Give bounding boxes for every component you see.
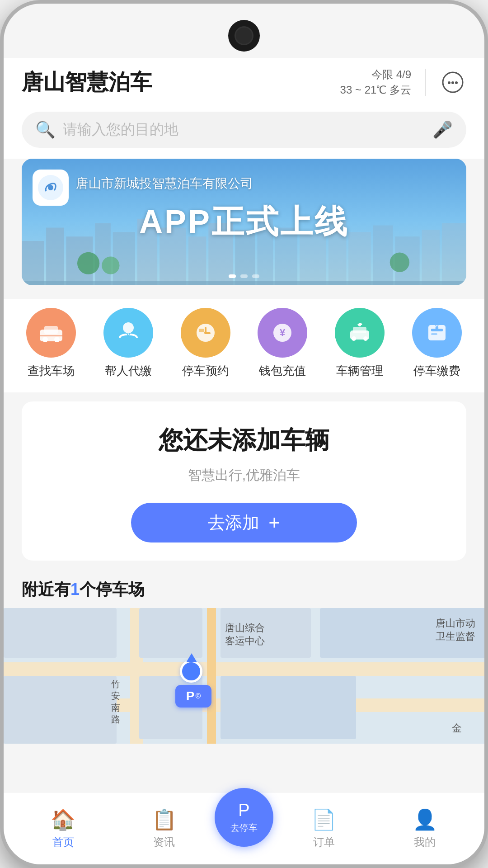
bottom-nav: 🏠 首页 📋 资讯 P 去停车 📄 订单 👤 我的 — [4, 792, 484, 864]
nearby-count: 1 — [70, 580, 80, 599]
mic-icon[interactable]: 🎤 — [432, 120, 453, 139]
nearby-title: 附近有1个停车场 — [22, 580, 145, 599]
svg-rect-5 — [46, 227, 64, 285]
menu-icon-pay-others: ¥ — [103, 308, 153, 358]
map-container[interactable]: 唐山综合 客运中心 竹 安 南 路 唐山市动 卫生监督 金 — [4, 608, 484, 744]
menu-label-pay-others: 帮人代缴 — [105, 363, 152, 379]
svg-rect-48 — [431, 333, 437, 335]
svg-rect-23 — [22, 281, 466, 285]
map-label-gold: 金 — [452, 722, 462, 735]
svg-point-2 — [451, 81, 454, 84]
nav-item-home[interactable]: 🏠 首页 — [13, 808, 114, 849]
menu-icon-wallet: ¥ — [258, 308, 307, 358]
svg-point-44 — [363, 336, 368, 341]
mine-icon: 👤 — [413, 808, 437, 831]
svg-rect-19 — [373, 225, 393, 285]
search-bar: 🔍 请输入您的目的地 🎤 — [4, 104, 484, 159]
svg-rect-4 — [22, 241, 44, 285]
nav-label-home: 首页 — [52, 835, 74, 849]
menu-icon-find-parking — [26, 308, 76, 358]
search-input-wrapper[interactable]: 🔍 请输入您的目的地 🎤 — [22, 112, 466, 148]
divider — [425, 69, 426, 96]
quick-menu: 查找车场 ¥ 帮人代缴 — [4, 299, 484, 392]
svg-point-1 — [448, 81, 450, 84]
menu-item-vehicle[interactable]: 车辆管理 — [326, 308, 394, 379]
map-location-dot — [180, 660, 202, 683]
menu-label-parking-pay: 停车缴费 — [413, 363, 460, 379]
banner-section: 唐山市新城投智慧泊车有限公司 APP正式上线 — [22, 159, 466, 285]
camera-lens — [235, 26, 253, 45]
svg-point-45 — [358, 324, 361, 326]
vehicle-card: 您还未添加车辆 智慧出行,优雅泊车 去添加 + — [22, 401, 466, 561]
header: 唐山智慧泊车 今限 4/9 33 ~ 21℃ 多云 — [4, 58, 484, 104]
svg-rect-21 — [422, 230, 440, 285]
menu-item-parking-pay[interactable]: ¥ 停车缴费 — [403, 308, 471, 379]
map-block-7 — [4, 676, 117, 744]
svg-rect-18 — [348, 232, 371, 285]
map-label-transit: 唐山综合 客运中心 — [225, 622, 265, 647]
menu-label-find-parking: 查找车场 — [28, 363, 75, 379]
weather-line2: 33 ~ 21℃ 多云 — [340, 82, 411, 98]
park-icon: P — [238, 801, 249, 820]
svg-rect-7 — [95, 223, 110, 285]
banner-title: APP正式上线 — [139, 200, 349, 244]
chat-icon[interactable] — [439, 69, 466, 96]
svg-rect-42 — [353, 327, 366, 333]
header-right: 今限 4/9 33 ~ 21℃ 多云 — [340, 67, 466, 97]
add-vehicle-button[interactable]: 去添加 + — [131, 503, 357, 542]
nav-item-news[interactable]: 📋 资讯 — [114, 808, 215, 849]
svg-rect-22 — [442, 223, 466, 285]
svg-text:¥: ¥ — [280, 327, 286, 338]
menu-label-reserve: 停车预约 — [182, 363, 229, 379]
add-vehicle-plus-icon: + — [268, 513, 280, 533]
vehicle-empty-subtitle: 智慧出行,优雅泊车 — [188, 466, 300, 485]
svg-point-37 — [204, 331, 207, 334]
dot-1 — [229, 274, 236, 278]
menu-label-wallet: 钱包充值 — [259, 363, 306, 379]
menu-label-vehicle: 车辆管理 — [336, 363, 383, 379]
nav-item-mine[interactable]: 👤 我的 — [375, 808, 476, 849]
svg-point-28 — [48, 185, 53, 190]
dot-2 — [240, 274, 248, 278]
orders-icon: 📄 — [311, 808, 336, 831]
map-block-6 — [4, 608, 117, 658]
map-label-road: 竹 安 南 路 — [111, 678, 120, 725]
menu-item-find-parking[interactable]: 查找车场 — [17, 308, 85, 379]
road-h1 — [4, 662, 484, 676]
nav-label-news: 资讯 — [153, 835, 175, 849]
menu-item-reserve[interactable]: 停车预约 — [172, 308, 239, 379]
dot-3 — [252, 274, 259, 278]
menu-item-wallet[interactable]: ¥ 钱包充值 — [249, 308, 316, 379]
vehicle-empty-title: 您还未添加车辆 — [159, 424, 329, 457]
nearby-section: 附近有1个停车场 — [4, 570, 484, 608]
banner-logo — [33, 170, 69, 206]
banner-dots — [229, 274, 259, 278]
nav-label-mine: 我的 — [414, 835, 436, 849]
svg-rect-38 — [199, 329, 204, 332]
home-icon: 🏠 — [51, 808, 75, 831]
svg-rect-30 — [44, 326, 58, 334]
nearby-suffix: 个停车场 — [80, 580, 145, 599]
svg-text:¥: ¥ — [127, 332, 131, 340]
menu-item-pay-others[interactable]: ¥ 帮人代缴 — [94, 308, 162, 379]
svg-point-34 — [123, 322, 134, 333]
svg-point-3 — [455, 81, 458, 84]
camera-notch — [228, 20, 260, 52]
search-icon: 🔍 — [35, 120, 56, 139]
menu-icon-vehicle — [335, 308, 385, 358]
add-vehicle-btn-text: 去添加 — [208, 511, 259, 534]
map-block-1 — [139, 608, 202, 658]
weather-line1: 今限 4/9 — [340, 67, 411, 82]
search-placeholder: 请输入您的目的地 — [63, 120, 425, 140]
menu-icon-reserve — [181, 308, 230, 358]
svg-point-31 — [42, 337, 48, 342]
map-parking-pin[interactable]: P © — [175, 685, 211, 708]
svg-point-25 — [102, 256, 119, 274]
road-v-orange — [207, 608, 216, 744]
app-title: 唐山智慧泊车 — [22, 68, 152, 97]
nav-label-orders: 订单 — [313, 835, 335, 849]
nav-label-park: 去停车 — [230, 822, 258, 834]
phone-shell: 唐山智慧泊车 今限 4/9 33 ~ 21℃ 多云 — [0, 0, 488, 868]
nav-item-orders[interactable]: 📄 订单 — [273, 808, 375, 849]
nav-center-park[interactable]: P 去停车 — [215, 788, 273, 847]
